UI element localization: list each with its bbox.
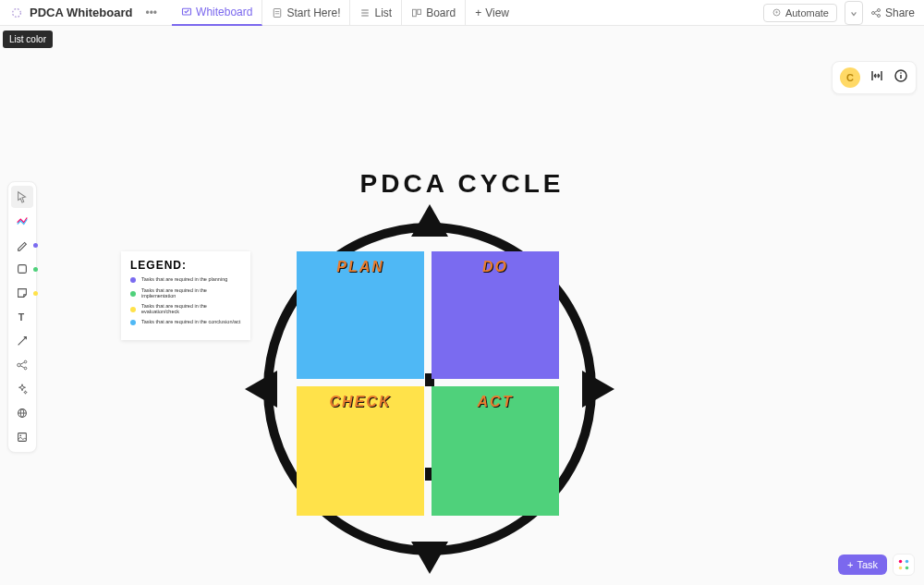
svg-point-12 [877, 8, 880, 11]
svg-rect-2 [274, 8, 282, 17]
svg-rect-31 [18, 433, 27, 442]
list-icon [359, 7, 371, 18]
task-button[interactable]: + Task [838, 555, 887, 575]
svg-point-32 [19, 434, 21, 436]
legend-text: Tasks that are required in the conclusio… [141, 320, 240, 325]
svg-point-24 [24, 360, 27, 363]
tab-bar: Whiteboard Start Here! List Board + View [172, 0, 518, 26]
whiteboard-icon [181, 6, 192, 18]
plus-icon: + [475, 6, 481, 19]
tab-list[interactable]: List [350, 0, 402, 26]
tab-label: View [485, 6, 509, 19]
doc-icon [9, 6, 24, 20]
legend-dot [130, 307, 136, 312]
legend-dot [130, 291, 136, 297]
apps-icon [897, 558, 910, 571]
svg-point-0 [13, 8, 21, 17]
tab-whiteboard[interactable]: Whiteboard [172, 0, 262, 26]
header-right: Automate Share [763, 1, 915, 25]
tooltip-list-color: List color [3, 30, 53, 48]
automate-icon [772, 7, 782, 18]
doc-icon [272, 7, 283, 18]
quad-act[interactable]: ACT [432, 386, 559, 516]
svg-line-14 [874, 10, 877, 12]
legend-title: LEGEND: [130, 259, 241, 272]
quad-check[interactable]: CHECK [297, 386, 424, 516]
legend-row: Tasks that are required in the evaluatio… [130, 304, 241, 314]
tool-connector[interactable] [11, 330, 33, 352]
svg-line-26 [20, 362, 24, 364]
legend-dot [130, 320, 136, 325]
svg-point-13 [877, 14, 880, 17]
tool-shape[interactable] [11, 258, 33, 280]
share-label: Share [885, 6, 915, 19]
tab-view[interactable]: + View [466, 0, 518, 26]
header: PDCA Whiteboard ••• Whiteboard Start Her… [0, 0, 924, 26]
legend-card[interactable]: LEGEND: Tasks that are required in the p… [121, 251, 250, 340]
svg-point-37 [906, 560, 909, 564]
legend-text: Tasks that are required in the evaluatio… [141, 304, 241, 314]
svg-rect-8 [413, 9, 417, 17]
tab-label: Start Here! [286, 6, 340, 19]
quadrants: PLAN DO CHECK ACT [297, 251, 559, 516]
quad-label: PLAN [336, 259, 384, 379]
task-label: Task [857, 559, 878, 570]
tab-label: List [374, 6, 392, 19]
svg-line-27 [20, 366, 24, 368]
board-icon [411, 7, 422, 18]
svg-point-11 [871, 11, 874, 14]
svg-rect-9 [418, 9, 421, 14]
fit-icon[interactable] [869, 68, 884, 87]
svg-point-39 [906, 567, 909, 570]
svg-text:T: T [18, 311, 25, 323]
legend-text: Tasks that are required in the planning [141, 277, 227, 283]
legend-row: Tasks that are required in the conclusio… [130, 320, 241, 325]
automate-button[interactable]: Automate [763, 4, 837, 22]
tab-board[interactable]: Board [402, 0, 466, 26]
share-icon [870, 7, 881, 18]
more-button[interactable]: ••• [141, 6, 161, 19]
tool-text[interactable]: T [11, 306, 33, 328]
legend-row: Tasks that are required in the implement… [130, 288, 241, 299]
automate-label: Automate [785, 7, 829, 18]
apps-button[interactable] [893, 554, 915, 576]
quad-label: ACT [478, 394, 514, 516]
tool-sticky[interactable] [11, 282, 33, 304]
tab-label: Board [426, 6, 456, 19]
svg-point-36 [899, 560, 903, 564]
chevron-down-icon [850, 10, 857, 18]
quad-do[interactable]: DO [432, 251, 559, 379]
tool-web[interactable] [11, 402, 33, 424]
svg-point-25 [24, 367, 27, 370]
float-panel: C [832, 61, 917, 94]
bottom-right-buttons: + Task [838, 554, 915, 576]
legend-row: Tasks that are required in the planning [130, 277, 241, 283]
tool-pen[interactable] [11, 234, 33, 256]
svg-rect-21 [18, 265, 27, 274]
svg-point-38 [899, 567, 903, 570]
legend-text: Tasks that are required in the implement… [141, 288, 241, 299]
quad-label: CHECK [330, 394, 392, 516]
pdca-cycle[interactable]: PLAN DO CHECK ACT [240, 200, 619, 579]
share-button[interactable]: Share [870, 6, 915, 19]
svg-point-23 [18, 363, 21, 367]
svg-point-19 [900, 72, 902, 74]
tab-start-here[interactable]: Start Here! [262, 0, 350, 26]
info-icon[interactable] [894, 68, 908, 87]
left-toolbar: T [7, 181, 37, 453]
tool-mindmap[interactable] [11, 354, 33, 376]
legend-dot [130, 277, 136, 283]
canvas[interactable]: C T PDCA CYCLE P [0, 26, 924, 585]
tool-image[interactable] [11, 426, 33, 448]
quad-label: DO [482, 259, 508, 379]
tab-label: Whiteboard [196, 6, 252, 18]
tool-ai[interactable] [11, 378, 33, 400]
tool-pointer[interactable] [11, 186, 33, 208]
avatar[interactable]: C [840, 67, 860, 88]
doc-title[interactable]: PDCA Whiteboard [30, 6, 132, 19]
automate-chevron[interactable] [845, 1, 863, 25]
svg-line-15 [874, 13, 877, 15]
whiteboard-title[interactable]: PDCA CYCLE [360, 169, 565, 199]
tool-diagram[interactable] [11, 210, 33, 232]
quad-plan[interactable]: PLAN [297, 251, 424, 379]
